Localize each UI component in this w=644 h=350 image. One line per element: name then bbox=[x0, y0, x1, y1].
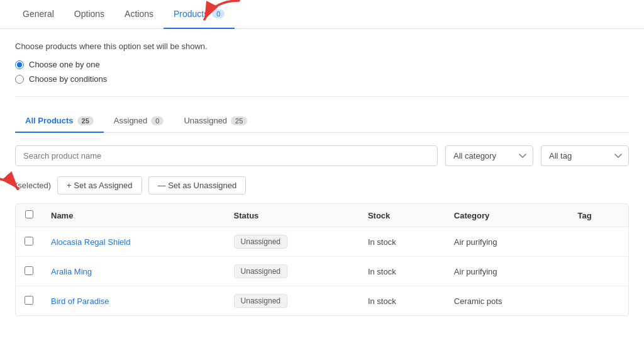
all-products-badge: 25 bbox=[77, 116, 94, 125]
row-category: Air purifying bbox=[445, 257, 569, 286]
row-checkbox-cell[interactable] bbox=[16, 286, 42, 316]
row-name: Bird of Paradise bbox=[42, 286, 225, 316]
product-link[interactable]: Alocasia Regal Shield bbox=[51, 237, 130, 247]
product-tab-all[interactable]: All Products 25 bbox=[15, 110, 104, 133]
action-bar: (selected) + Set as Assigned — Set as Un… bbox=[15, 176, 629, 195]
set-unassigned-button[interactable]: — Set as Unassigned bbox=[148, 176, 247, 195]
col-stock: Stock bbox=[359, 204, 445, 227]
status-badge: Unassigned bbox=[234, 264, 287, 278]
status-badge: Unassigned bbox=[234, 235, 287, 249]
product-link[interactable]: Aralia Ming bbox=[51, 267, 92, 276]
row-checkbox[interactable] bbox=[25, 237, 33, 246]
product-link[interactable]: Bird of Paradise bbox=[51, 296, 109, 306]
row-name: Aralia Ming bbox=[42, 257, 225, 286]
table-row: Bird of Paradise Unassigned In stock Cer… bbox=[16, 286, 628, 316]
row-stock: In stock bbox=[359, 286, 445, 316]
row-status: Unassigned bbox=[225, 227, 359, 257]
top-tab-bar: General Options Actions Products 0 bbox=[0, 0, 644, 29]
col-category: Category bbox=[445, 204, 569, 227]
row-name: Alocasia Regal Shield bbox=[42, 227, 225, 257]
row-checkbox[interactable] bbox=[25, 266, 33, 275]
main-content: Choose products where this option set wi… bbox=[0, 29, 644, 329]
category-select[interactable]: All category bbox=[445, 145, 533, 166]
row-checkbox[interactable] bbox=[25, 296, 33, 305]
row-tag bbox=[569, 257, 628, 286]
unassigned-badge: 25 bbox=[231, 116, 247, 125]
products-badge: 0 bbox=[212, 9, 225, 18]
row-status: Unassigned bbox=[225, 286, 359, 316]
tab-actions[interactable]: Actions bbox=[114, 0, 164, 29]
set-assigned-button[interactable]: + Set as Assigned bbox=[57, 176, 142, 195]
assigned-badge: 0 bbox=[151, 116, 164, 125]
annotation-arrow-action bbox=[0, 175, 21, 203]
row-checkbox-cell[interactable] bbox=[16, 257, 42, 286]
row-category: Air purifying bbox=[445, 227, 569, 257]
tab-general[interactable]: General bbox=[13, 0, 64, 29]
radio-group: Choose one by one Choose by conditions bbox=[15, 60, 629, 84]
row-tag bbox=[569, 286, 628, 316]
search-input[interactable] bbox=[15, 145, 438, 166]
row-stock: In stock bbox=[359, 227, 445, 257]
col-checkbox bbox=[16, 204, 42, 227]
row-category: Ceramic pots bbox=[445, 286, 569, 316]
product-tab-assigned[interactable]: Assigned 0 bbox=[104, 110, 174, 133]
section-divider bbox=[15, 96, 629, 97]
product-tab-bar: All Products 25 Assigned 0 Unassigned 25 bbox=[15, 110, 629, 133]
select-all-checkbox[interactable] bbox=[25, 210, 33, 218]
row-checkbox-cell[interactable] bbox=[16, 227, 42, 257]
row-tag bbox=[569, 227, 628, 257]
radio-by-conditions[interactable]: Choose by conditions bbox=[15, 74, 629, 84]
col-tag: Tag bbox=[569, 204, 628, 227]
row-stock: In stock bbox=[359, 257, 445, 286]
radio-one-by-one[interactable]: Choose one by one bbox=[15, 60, 629, 69]
table-row: Aralia Ming Unassigned In stock Air puri… bbox=[16, 257, 628, 286]
product-tab-unassigned[interactable]: Unassigned 25 bbox=[174, 110, 257, 133]
tag-select[interactable]: All tag bbox=[541, 145, 629, 166]
description-text: Choose products where this option set wi… bbox=[15, 42, 629, 51]
filters-row: All category All tag bbox=[15, 145, 629, 166]
row-status: Unassigned bbox=[225, 257, 359, 286]
tab-options[interactable]: Options bbox=[64, 0, 114, 29]
status-badge: Unassigned bbox=[234, 294, 287, 308]
products-table: Name Status Stock Category Tag Alocasia … bbox=[15, 203, 629, 316]
col-status: Status bbox=[225, 204, 359, 227]
table-row: Alocasia Regal Shield Unassigned In stoc… bbox=[16, 227, 628, 257]
table-header-row: Name Status Stock Category Tag bbox=[16, 204, 628, 227]
tab-products[interactable]: Products 0 bbox=[164, 0, 235, 29]
col-name: Name bbox=[42, 204, 225, 227]
